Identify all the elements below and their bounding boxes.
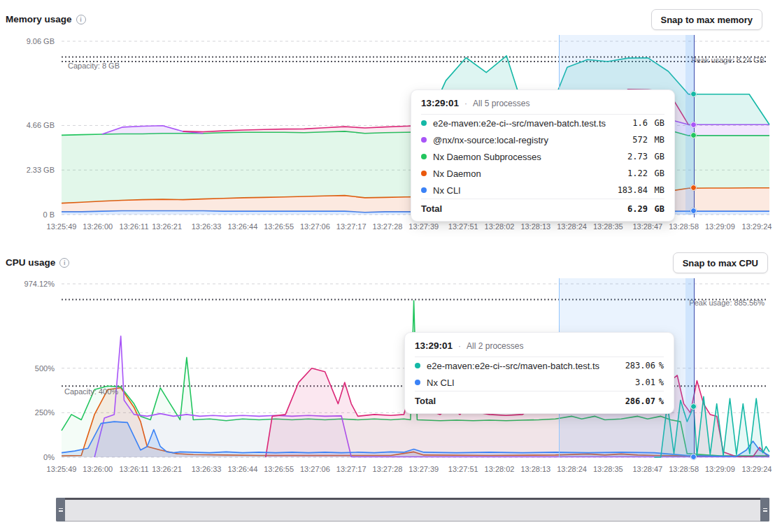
y-axis-tick-label: 250% (0, 408, 55, 417)
tooltip-row: Nx Daemon1.22GB (421, 165, 664, 182)
cpu-title-text: CPU usage (6, 257, 55, 268)
x-axis-tick-label: 13:26:21 (145, 465, 189, 473)
process-name: e2e-maven:e2e-ci--src/maven-batch.test.t… (427, 361, 625, 371)
process-value-unit: % (655, 378, 664, 387)
process-value: 183.84 (618, 185, 648, 195)
x-axis-tick-label: 13:29:24 (735, 222, 779, 231)
tooltip-row: Nx Daemon Subprocesses2.73GB (421, 148, 664, 165)
x-axis-tick-label: 13:29:24 (735, 465, 779, 473)
memory-info-icon[interactable]: i (76, 15, 86, 24)
time-range-brush[interactable] (56, 498, 769, 522)
tooltip-time: 13:29:01 (421, 98, 459, 108)
tooltip-scope: All 5 processes (473, 99, 529, 108)
memory-tooltip: 13:29:01 · All 5 processes e2e-maven:e2e… (411, 89, 675, 222)
total-label: Total (421, 203, 627, 214)
series-color-dot (421, 154, 427, 159)
x-axis-tick-label: 13:28:35 (586, 465, 630, 473)
y-axis-tick-label: 4.66 GB (0, 121, 55, 129)
snap-to-max-cpu-button[interactable]: Snap to max CPU (673, 252, 768, 273)
cpu-tooltip-total: Total 286.07 % (415, 391, 664, 409)
brush-handle-left[interactable] (56, 498, 65, 522)
tooltip-row: e2e-maven:e2e-ci--src/maven-batch.test.t… (415, 357, 664, 374)
x-axis-tick-label: 13:28:35 (586, 222, 630, 231)
series-color-dot (421, 120, 427, 126)
process-value: 572 (632, 135, 648, 145)
y-axis-tick-label: 0 B (0, 210, 55, 219)
series-color-dot (421, 187, 427, 193)
process-value-unit: % (655, 361, 664, 371)
y-axis-tick-label: 974.12% (0, 280, 55, 288)
capacity-line-label: Capacity: 8 GB (68, 62, 120, 70)
tooltip-row: Nx CLI3.01% (415, 374, 664, 391)
cpu-tooltip: 13:29:01 · All 2 processes e2e-maven:e2e… (404, 332, 674, 414)
tooltip-row: e2e-maven:e2e-ci--src/maven-batch.test.t… (421, 115, 664, 131)
total-unit: GB (648, 204, 664, 214)
process-value: 3.01 (635, 378, 655, 387)
series-color-dot (421, 137, 427, 143)
snap-to-max-memory-button[interactable]: Snap to max memory (651, 9, 763, 30)
capacity-line-label: Capacity: 400% (64, 387, 118, 396)
tooltip-row: Nx CLI183.84MB (421, 182, 664, 199)
memory-tooltip-total: Total 6.29 GB (421, 199, 664, 217)
memory-tooltip-header: 13:29:01 · All 5 processes (421, 96, 664, 115)
cpu-info-icon[interactable]: i (59, 258, 69, 268)
process-name: @nx/nx-source:local-registry (433, 135, 632, 145)
process-name: Nx CLI (433, 185, 618, 196)
process-value-unit: MB (648, 135, 664, 145)
cpu-section-title: CPU usage i (6, 257, 69, 268)
total-label: Total (415, 396, 625, 406)
process-name: e2e-maven:e2e-ci--src/maven-batch.test.t… (433, 118, 632, 129)
resource-profile-page: Memory usage i Snap to max memory CPU us… (0, 0, 782, 532)
brush-track[interactable] (66, 500, 760, 521)
series-color-dot (415, 363, 420, 368)
series-color-dot (415, 380, 420, 385)
total-unit: % (655, 396, 664, 406)
y-axis-tick-label: 0% (0, 453, 55, 461)
process-value: 2.73 (627, 152, 648, 161)
hover-marker (690, 454, 697, 460)
hover-marker (690, 122, 697, 128)
tooltip-row: @nx/nx-source:local-registry572MB (421, 131, 664, 148)
y-axis-tick-label: 9.06 GB (0, 37, 55, 45)
selected-time-region-edge (685, 278, 694, 457)
memory-section-title: Memory usage i (6, 14, 86, 24)
process-name: Nx CLI (427, 378, 635, 388)
x-axis-tick-label: 13:26:21 (145, 222, 189, 231)
process-name: Nx Daemon Subprocesses (433, 152, 627, 162)
total-value: 6.29 (627, 204, 648, 214)
y-axis-tick-label: 500% (0, 364, 55, 373)
x-axis-tick-label: 13:27:39 (402, 222, 446, 231)
process-value: 1.22 (627, 168, 648, 178)
memory-title-text: Memory usage (6, 14, 72, 24)
cpu-tooltip-header: 13:29:01 · All 2 processes (415, 339, 664, 357)
process-value-unit: GB (648, 118, 664, 128)
brush-handle-right[interactable] (760, 498, 769, 522)
memory-tooltip-rows: e2e-maven:e2e-ci--src/maven-batch.test.t… (421, 115, 664, 199)
series-color-dot (421, 171, 427, 176)
hover-time-line (694, 278, 695, 460)
process-value: 1.6 (632, 118, 648, 128)
tooltip-time: 13:29:01 (415, 340, 453, 351)
cpu-tooltip-rows: e2e-maven:e2e-ci--src/maven-batch.test.t… (415, 357, 664, 391)
process-value: 283.06 (625, 361, 655, 371)
tooltip-scope: All 2 processes (467, 341, 523, 351)
x-axis-tick-label: 13:27:39 (402, 465, 446, 473)
process-value-unit: GB (648, 152, 664, 161)
y-axis-tick-label: 2.33 GB (0, 166, 55, 174)
process-name: Nx Daemon (433, 168, 627, 179)
process-value-unit: MB (648, 185, 664, 195)
total-value: 286.07 (625, 396, 655, 406)
tooltip-separator: · (458, 341, 461, 351)
tooltip-separator: · (464, 99, 467, 108)
process-value-unit: GB (648, 168, 664, 178)
